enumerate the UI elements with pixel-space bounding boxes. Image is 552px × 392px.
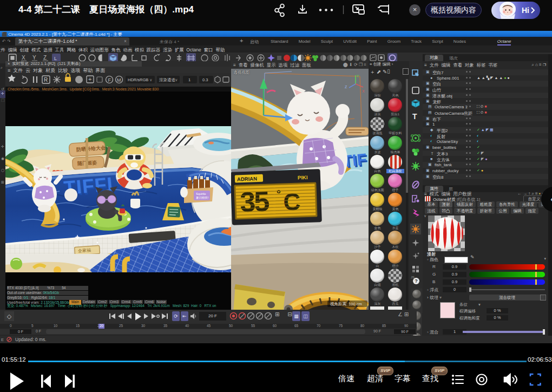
svg-text:0.3: 0.3	[202, 77, 208, 82]
svg-text:渲染通道: 渲染通道	[159, 77, 176, 82]
svg-text:T: T	[412, 112, 417, 121]
svg-text:C: C	[283, 188, 301, 215]
svg-text:夏日特饮!: 夏日特饮!	[196, 196, 209, 200]
svg-text:M: M	[117, 77, 121, 83]
svg-text:Z: Z	[345, 85, 347, 89]
svg-text:PIKI: PIKI	[298, 174, 308, 181]
svg-text:视角距离: 100 cm: 视角距离: 100 cm	[330, 302, 362, 306]
svg-text:L: L	[54, 56, 57, 61]
svg-text:Squirtle: Squirtle	[196, 192, 206, 195]
svg-text:F: F	[108, 77, 111, 83]
svg-text:X: X	[22, 55, 25, 61]
svg-text:Z: Z	[43, 55, 47, 61]
svg-text:全家福: 全家福	[78, 248, 91, 254]
svg-text:+: +	[88, 76, 91, 82]
svg-text:ADRIAN: ADRIAN	[237, 175, 257, 182]
svg-text:Hi: Hi	[522, 6, 529, 15]
svg-text:∨: ∨	[175, 77, 178, 82]
svg-text:1: 1	[188, 77, 190, 82]
svg-text:Y: Y	[32, 55, 36, 61]
svg-text:X: X	[362, 89, 365, 93]
svg-text:Y: Y	[357, 74, 359, 78]
svg-text:R: R	[44, 77, 48, 83]
svg-text:HDR/sRGB: HDR/sRGB	[128, 77, 148, 82]
svg-text:∨: ∨	[149, 77, 153, 82]
